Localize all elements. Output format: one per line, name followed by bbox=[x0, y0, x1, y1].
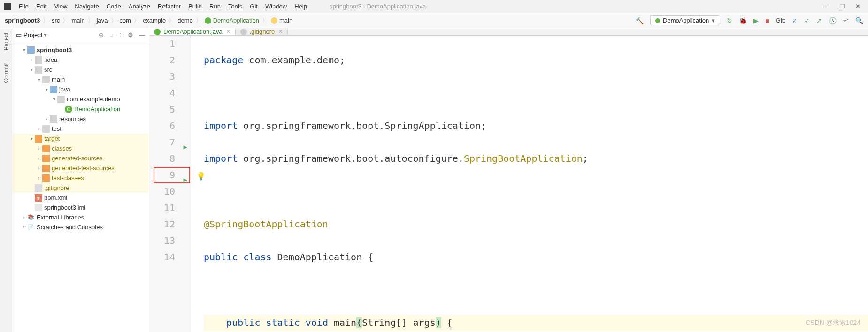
tree-pkg[interactable]: ▾com.example.demo bbox=[12, 94, 149, 104]
debug-icon[interactable]: 🐞 bbox=[739, 17, 747, 24]
file-icon bbox=[240, 29, 247, 35]
tree-idea[interactable]: ›.idea bbox=[12, 55, 149, 65]
run-icon[interactable]: ↻ bbox=[727, 17, 732, 24]
tree-extlib[interactable]: ›📚External Libraries bbox=[12, 212, 149, 222]
folder-icon bbox=[42, 174, 50, 182]
tree-resources[interactable]: ›resources bbox=[12, 114, 149, 124]
project-panel: ▭ Project ▾ ⊕ ≡ ÷ ⚙ — ▾springboot3 ›.ide… bbox=[12, 28, 149, 332]
menu-navigate[interactable]: Navigate bbox=[71, 0, 102, 13]
tree-test[interactable]: ›test bbox=[12, 124, 149, 134]
tree-gentsrc[interactable]: ›generated-test-sources bbox=[12, 163, 149, 173]
project-title[interactable]: Project bbox=[23, 31, 42, 38]
build-icon[interactable]: 🔨 bbox=[636, 17, 644, 24]
class-icon bbox=[205, 17, 211, 24]
git-history-icon[interactable]: 🕓 bbox=[829, 17, 837, 24]
library-icon: 📚 bbox=[27, 214, 35, 221]
run-config-selector[interactable]: DemoApplication ▾ bbox=[650, 15, 720, 25]
folder-icon bbox=[42, 165, 50, 172]
scratch-icon: 📄 bbox=[27, 224, 35, 231]
git-commit-icon[interactable]: ✓ bbox=[804, 17, 810, 24]
expand-icon[interactable]: ≡ bbox=[109, 31, 113, 38]
menu-help[interactable]: Help bbox=[291, 0, 311, 13]
side-tab-commit[interactable]: Commit bbox=[3, 63, 9, 83]
method-icon bbox=[271, 17, 277, 24]
code-area[interactable]: package com.example.demo; import org.spr… bbox=[191, 36, 868, 332]
close-tab-icon[interactable]: ✕ bbox=[278, 29, 283, 35]
run-config-icon bbox=[655, 18, 660, 23]
git-rollback-icon[interactable]: ↶ bbox=[843, 17, 849, 24]
tree-root[interactable]: ▾springboot3 bbox=[12, 45, 149, 55]
collapse-icon[interactable]: ÷ bbox=[119, 31, 122, 38]
tree-pom[interactable]: mpom.xml bbox=[12, 193, 149, 203]
git-push-icon[interactable]: ↗ bbox=[816, 17, 822, 24]
folder-icon bbox=[42, 76, 50, 83]
tab-gitignore[interactable]: .gitignore ✕ bbox=[236, 28, 288, 35]
file-icon bbox=[35, 204, 42, 211]
editor: DemoApplication.java ✕ .gitignore ✕ 1234… bbox=[149, 28, 868, 332]
git-label: Git: bbox=[776, 17, 785, 24]
crumb-root[interactable]: springboot3 bbox=[5, 17, 40, 24]
gear-icon[interactable]: ⚙ bbox=[128, 31, 133, 38]
class-icon: C bbox=[65, 106, 72, 113]
editor-tabs: DemoApplication.java ✕ .gitignore ✕ bbox=[149, 28, 868, 36]
tab-demoapplication[interactable]: DemoApplication.java ✕ bbox=[149, 28, 236, 35]
close-tab-icon[interactable]: ✕ bbox=[226, 29, 230, 35]
menu-tools[interactable]: Tools bbox=[224, 0, 246, 13]
left-toolwindow-bar: Project Commit bbox=[0, 28, 12, 332]
menu-build[interactable]: Build bbox=[184, 0, 206, 13]
chevron-down-icon[interactable]: ▾ bbox=[44, 32, 46, 38]
folder-icon bbox=[42, 155, 50, 162]
tree-main[interactable]: ▾main bbox=[12, 75, 149, 84]
folder-icon bbox=[50, 86, 57, 93]
run-gutter-icon[interactable]: ▶ bbox=[184, 139, 187, 155]
tree-iml[interactable]: springboot3.iml bbox=[12, 203, 149, 212]
code-editor[interactable]: 123456 7▶ 8 9▶ 1011121314 💡 package com.… bbox=[149, 36, 868, 332]
chevron-down-icon: ▾ bbox=[712, 17, 715, 24]
run-gutter-icon[interactable]: ▶ bbox=[184, 172, 187, 188]
package-icon bbox=[57, 96, 65, 103]
menu-analyze[interactable]: Analyze bbox=[125, 0, 154, 13]
close-icon[interactable]: ✕ bbox=[855, 3, 860, 10]
tree-java[interactable]: ▾java bbox=[12, 84, 149, 94]
search-icon[interactable]: 🔍 bbox=[855, 17, 863, 24]
menu-refactor[interactable]: Refactor bbox=[154, 0, 184, 13]
git-update-icon[interactable]: ✓ bbox=[792, 17, 798, 24]
locate-icon[interactable]: ⊕ bbox=[99, 31, 104, 38]
breadcrumb[interactable]: springboot3 〉src 〉main 〉java 〉com 〉examp… bbox=[5, 16, 292, 25]
folder-icon bbox=[35, 135, 42, 143]
tree-scratch[interactable]: ›📄Scratches and Consoles bbox=[12, 222, 149, 232]
gutter[interactable]: 123456 7▶ 8 9▶ 1011121314 bbox=[149, 36, 191, 332]
folder-icon bbox=[42, 125, 50, 133]
project-pane-icon: ▭ bbox=[16, 31, 22, 38]
side-tab-project[interactable]: Project bbox=[3, 33, 9, 50]
intention-bulb-icon[interactable]: 💡 bbox=[196, 168, 206, 184]
navbar: springboot3 〉src 〉main 〉java 〉com 〉examp… bbox=[0, 13, 868, 28]
coverage-icon[interactable]: ▶ bbox=[753, 17, 759, 24]
hide-icon[interactable]: — bbox=[139, 31, 145, 38]
menu-code[interactable]: Code bbox=[103, 0, 125, 13]
window-title: springboot3 - DemoApplication.java bbox=[330, 3, 426, 10]
maximize-icon[interactable]: ☐ bbox=[839, 3, 845, 10]
menu-run[interactable]: Run bbox=[206, 0, 224, 13]
class-icon bbox=[154, 29, 161, 35]
project-tree[interactable]: ▾springboot3 ›.idea ▾src ▾main ▾java ▾co… bbox=[12, 42, 149, 235]
menu-file[interactable]: File bbox=[15, 0, 32, 13]
menu-git[interactable]: Git bbox=[246, 0, 261, 13]
minimize-icon[interactable]: — bbox=[823, 3, 829, 10]
folder-icon bbox=[27, 46, 35, 54]
folder-icon bbox=[35, 66, 42, 74]
maven-icon: m bbox=[35, 194, 42, 202]
menu-window[interactable]: Window bbox=[261, 0, 291, 13]
tree-src[interactable]: ▾src bbox=[12, 65, 149, 75]
menu-edit[interactable]: Edit bbox=[32, 0, 50, 13]
stop-icon[interactable]: ■ bbox=[765, 17, 769, 24]
tree-app[interactable]: CDemoApplication bbox=[12, 104, 149, 114]
tree-testcls[interactable]: ›test-classes bbox=[12, 173, 149, 183]
tree-gensrc[interactable]: ›generated-sources bbox=[12, 153, 149, 163]
tree-target[interactable]: ▾target bbox=[12, 134, 149, 143]
folder-icon bbox=[35, 56, 42, 64]
menu-view[interactable]: View bbox=[50, 0, 71, 13]
tree-classes[interactable]: ›classes bbox=[12, 143, 149, 153]
watermark: CSDN @求索1024 bbox=[806, 319, 860, 327]
tree-gitignore[interactable]: .gitignore bbox=[12, 183, 149, 193]
